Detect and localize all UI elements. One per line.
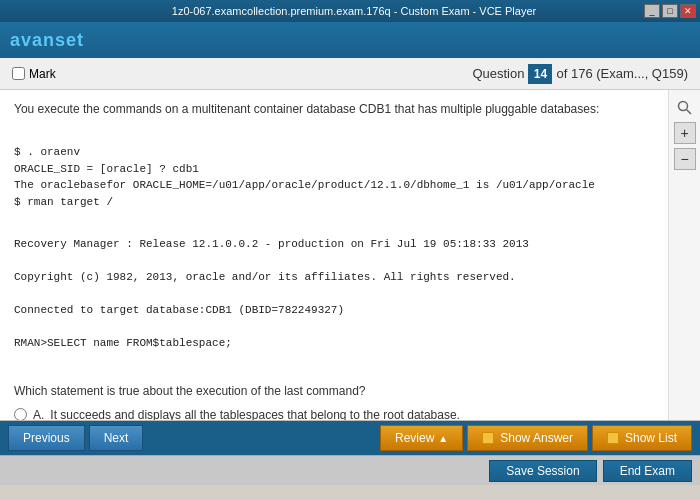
code-line-1: $ . oraenv	[14, 144, 654, 161]
code-line-3: The oraclebasefor ORACLE_HOME=/u01/app/o…	[14, 177, 654, 194]
bottom-toolbar-2: Save Session End Exam	[0, 455, 700, 485]
answer-option-a: A. It succeeds and displays all the tabl…	[14, 404, 654, 421]
option-a-text: It succeeds and displays all the tablesp…	[50, 406, 460, 421]
review-button[interactable]: Review ▲	[380, 425, 463, 451]
output-line-3: Copyright (c) 1982, 2013, oracle and/or …	[14, 269, 654, 286]
main-content: You execute the commands on a multitenan…	[0, 90, 700, 420]
question-info: Question 14 of 176 (Exam..., Q159)	[472, 64, 688, 84]
mark-label: Mark	[29, 67, 56, 81]
previous-button[interactable]: Previous	[8, 425, 85, 451]
question-intro: You execute the commands on a multitenan…	[14, 100, 654, 118]
show-list-button[interactable]: Show List	[592, 425, 692, 451]
show-answer-button[interactable]: Show Answer	[467, 425, 588, 451]
option-a-label: A.	[33, 406, 44, 421]
window-title: 1z0-067.examcollection.premium.exam.176q…	[64, 5, 644, 17]
mark-checkbox[interactable]	[12, 67, 25, 80]
question-number-box: 14	[528, 64, 552, 84]
minimize-button[interactable]: _	[644, 4, 660, 18]
show-list-icon	[607, 432, 619, 444]
show-answer-icon	[482, 432, 494, 444]
code-line-2: ORACLE_SID = [oracle] ? cdb1	[14, 161, 654, 178]
question-text: Which statement is true about the execut…	[14, 382, 654, 400]
output-line-4	[14, 286, 654, 303]
logo-suffix: set	[55, 30, 84, 50]
close-button[interactable]: ✕	[680, 4, 696, 18]
svg-point-0	[678, 102, 687, 111]
zoom-in-button[interactable]: +	[674, 122, 696, 144]
question-number: 14	[534, 67, 547, 81]
output-line-6	[14, 319, 654, 336]
review-arrow-icon: ▲	[438, 433, 448, 444]
review-label: Review	[395, 431, 434, 445]
question-total: of 176 (Exam..., Q159)	[556, 66, 688, 81]
output-line-1: Recovery Manager : Release 12.1.0.0.2 - …	[14, 236, 654, 253]
bottom-toolbar-1: Previous Next Review ▲ Show Answer Show …	[0, 421, 700, 455]
output-line-5: Connected to target database:CDB1 (DBID=…	[14, 302, 654, 319]
end-exam-button[interactable]: End Exam	[603, 460, 692, 482]
maximize-button[interactable]: □	[662, 4, 678, 18]
output-line-7: RMAN>SELECT name FROM$tablespace;	[14, 335, 654, 352]
logo-prefix: avan	[10, 30, 55, 50]
search-icon[interactable]	[675, 98, 695, 118]
title-bar: 1z0-067.examcollection.premium.exam.176q…	[0, 0, 700, 22]
next-button[interactable]: Next	[89, 425, 144, 451]
save-session-button[interactable]: Save Session	[489, 460, 596, 482]
mark-section: Mark	[12, 67, 56, 81]
show-answer-label: Show Answer	[500, 431, 573, 445]
output-line-2	[14, 253, 654, 270]
logo-bar: avanset	[0, 22, 700, 58]
sidebar-tools: + −	[668, 90, 700, 420]
svg-line-1	[686, 110, 691, 115]
question-area: You execute the commands on a multitenan…	[0, 90, 668, 420]
zoom-out-button[interactable]: −	[674, 148, 696, 170]
window-controls[interactable]: _ □ ✕	[644, 4, 696, 18]
show-list-label: Show List	[625, 431, 677, 445]
radio-a[interactable]	[14, 408, 27, 421]
question-label: Question	[472, 66, 524, 81]
output-block: Recovery Manager : Release 12.1.0.0.2 - …	[14, 236, 654, 352]
code-block: $ . oraenv ORACLE_SID = [oracle] ? cdb1 …	[14, 144, 654, 210]
question-header: Mark Question 14 of 176 (Exam..., Q159)	[0, 58, 700, 90]
app-logo: avanset	[10, 30, 84, 51]
code-line-4: $ rman target /	[14, 194, 654, 211]
